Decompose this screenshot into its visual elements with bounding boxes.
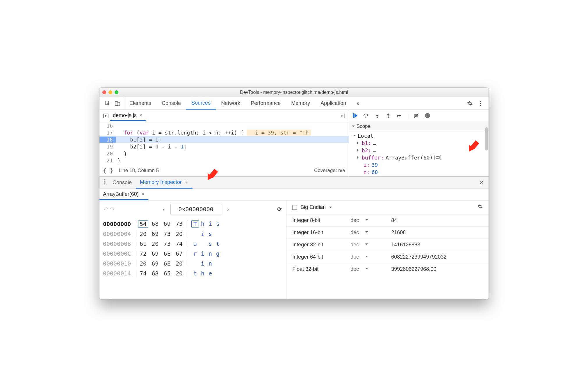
hex-byte[interactable]: 69 — [150, 260, 160, 267]
ascii-char[interactable]: e — [206, 270, 214, 277]
hex-row[interactable]: 0000001020696E20.in. — [103, 259, 283, 268]
hex-row[interactable]: 0000000420697320.is. — [103, 229, 283, 239]
step-over-button[interactable] — [363, 112, 369, 119]
chevron-down-icon[interactable] — [329, 207, 332, 209]
hex-byte[interactable]: 73 — [162, 230, 172, 237]
hex-byte[interactable]: 68 — [150, 270, 160, 277]
close-buffer-icon[interactable]: ✕ — [141, 191, 145, 197]
format-dropdown[interactable]: dec — [350, 266, 391, 272]
hex-row[interactable]: 0000000861207374a.st — [103, 239, 283, 249]
hex-byte[interactable]: 20 — [174, 260, 184, 267]
hex-byte[interactable]: 69 — [162, 220, 172, 228]
page-prev-button[interactable]: ‹ — [160, 205, 168, 214]
hex-byte[interactable]: 72 — [138, 250, 148, 257]
history-forward-icon[interactable]: ↷ — [110, 206, 115, 212]
page-next-button[interactable]: › — [224, 205, 232, 214]
ascii-char[interactable]: . — [214, 260, 222, 267]
address-input[interactable]: 0x00000000 — [170, 204, 221, 214]
scope-var-i[interactable]: i: 39 — [352, 161, 489, 169]
tab-application[interactable]: Application — [315, 97, 351, 110]
history-back-icon[interactable]: ↶ — [104, 206, 108, 212]
scope-var-n[interactable]: n: 60 — [352, 169, 489, 176]
hex-viewer[interactable]: 0000000054686973This0000000420697320.is.… — [99, 218, 286, 280]
drawer-tab-memory-inspector[interactable]: Memory Inspector ✕ — [136, 177, 193, 189]
ascii-char[interactable]: . — [191, 230, 199, 237]
deactivate-breakpoints-button[interactable] — [413, 112, 420, 119]
kebab-menu-icon[interactable] — [476, 99, 484, 107]
hex-byte[interactable]: 6E — [162, 250, 172, 257]
code-editor[interactable]: 16 17 for (var i = str.length; i < n; ++… — [99, 122, 349, 165]
ascii-char[interactable]: . — [199, 240, 206, 247]
minimize-window-button[interactable] — [108, 90, 112, 94]
ascii-char[interactable]: r — [191, 250, 199, 257]
ascii-char[interactable]: s — [214, 220, 222, 228]
ascii-char[interactable]: . — [191, 260, 199, 267]
ascii-char[interactable]: T — [191, 220, 199, 228]
format-dropdown[interactable]: dec — [350, 217, 391, 223]
hex-byte[interactable]: 20 — [174, 270, 184, 277]
hex-byte[interactable]: 20 — [138, 230, 148, 237]
hex-byte[interactable]: 74 — [174, 240, 184, 247]
file-tab-demojs[interactable]: demo-js.js ✕ — [110, 111, 146, 121]
format-dropdown[interactable]: dec — [350, 230, 391, 236]
close-drawer-icon[interactable]: ✕ — [476, 179, 487, 186]
ascii-char[interactable]: . — [214, 270, 222, 277]
hex-byte[interactable]: 65 — [162, 270, 172, 277]
hex-byte[interactable]: 6E — [162, 260, 172, 267]
close-window-button[interactable] — [102, 90, 106, 94]
ascii-char[interactable]: n — [206, 250, 214, 257]
ascii-char[interactable]: i — [199, 230, 206, 237]
format-dropdown[interactable]: dec — [350, 254, 391, 260]
hex-byte[interactable]: 73 — [174, 220, 184, 228]
scope-header[interactable]: Scope — [349, 122, 489, 131]
tab-overflow[interactable]: » — [351, 97, 365, 110]
tab-elements[interactable]: Elements — [124, 97, 156, 110]
hex-row[interactable]: 0000000054686973This — [103, 219, 283, 229]
tab-network[interactable]: Network — [216, 97, 245, 110]
zoom-window-button[interactable] — [115, 90, 118, 94]
drawer-tab-console[interactable]: Console — [108, 177, 136, 189]
value-settings-icon[interactable] — [477, 204, 483, 211]
step-button[interactable] — [396, 112, 402, 119]
refresh-icon[interactable]: ⟳ — [277, 206, 282, 213]
hex-byte[interactable]: 67 — [174, 250, 184, 257]
ascii-char[interactable]: g — [214, 250, 222, 257]
hex-byte[interactable]: 74 — [138, 270, 148, 277]
drawer-menu-icon[interactable] — [101, 179, 108, 186]
ascii-char[interactable]: i — [199, 250, 206, 257]
hex-byte[interactable]: 20 — [174, 230, 184, 237]
reveal-in-memory-icon[interactable] — [434, 155, 441, 160]
ascii-char[interactable]: n — [206, 260, 214, 267]
hex-byte[interactable]: 54 — [138, 220, 148, 228]
hex-row[interactable]: 0000000C72696E67ring — [103, 249, 283, 259]
step-into-button[interactable] — [374, 112, 380, 119]
tab-performance[interactable]: Performance — [245, 97, 286, 110]
pretty-print-icon[interactable]: { } — [103, 167, 113, 174]
hex-byte[interactable]: 69 — [150, 230, 160, 237]
device-toolbar-icon[interactable] — [113, 99, 122, 107]
ascii-char[interactable]: t — [214, 240, 222, 247]
tab-console[interactable]: Console — [156, 97, 186, 110]
tab-memory[interactable]: Memory — [286, 97, 315, 110]
close-file-icon[interactable]: ✕ — [139, 113, 143, 118]
endian-checkbox[interactable] — [292, 205, 297, 210]
ascii-char[interactable]: a — [191, 240, 199, 247]
ascii-char[interactable]: . — [214, 230, 222, 237]
tab-sources[interactable]: Sources — [186, 97, 216, 110]
format-dropdown[interactable]: dec — [350, 242, 391, 248]
debugger-toggle-icon[interactable] — [338, 112, 346, 120]
ascii-char[interactable]: h — [199, 270, 206, 277]
step-out-button[interactable] — [385, 112, 391, 119]
pause-on-exceptions-button[interactable] — [424, 112, 431, 119]
close-tab-icon[interactable]: ✕ — [185, 180, 188, 185]
ascii-char[interactable]: i — [206, 220, 214, 228]
inspect-element-icon[interactable] — [104, 99, 112, 107]
buffer-tab-arraybuffer[interactable]: ArrayBuffer(60) ✕ — [99, 189, 148, 200]
hex-byte[interactable]: 61 — [138, 240, 148, 247]
hex-row[interactable]: 0000001474686520the. — [103, 268, 283, 278]
ascii-char[interactable]: s — [206, 240, 214, 247]
navigator-toggle-icon[interactable] — [102, 112, 110, 120]
hex-byte[interactable]: 73 — [162, 240, 172, 247]
settings-gear-icon[interactable] — [466, 99, 474, 107]
hex-byte[interactable]: 20 — [138, 260, 148, 267]
